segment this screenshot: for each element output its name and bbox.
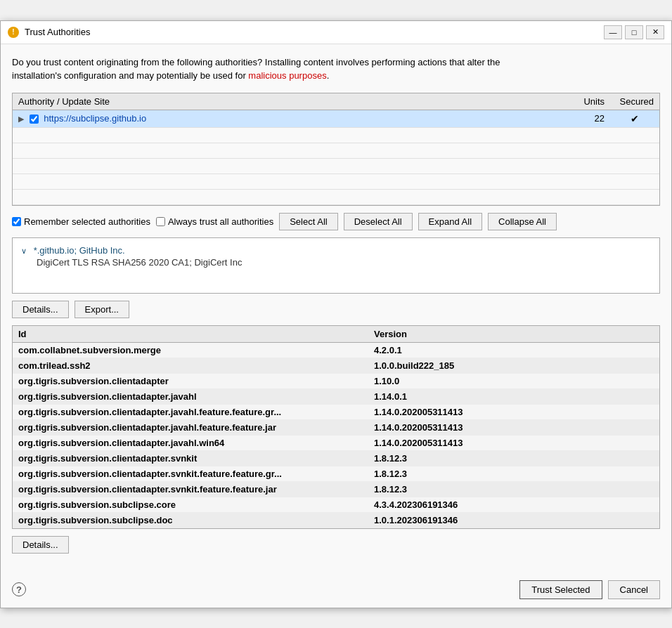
cert-root-row[interactable]: ∨ *.github.io; GitHub Inc. — [21, 244, 651, 257]
bottom-details-button[interactable]: Details... — [12, 536, 69, 554]
expand-all-button[interactable]: Expand All — [418, 213, 482, 230]
authority-checkbox[interactable] — [30, 115, 39, 124]
empty-row-2 — [13, 143, 659, 158]
pkg-id-cell: org.tigris.subversion.subclipse.doc — [13, 512, 368, 528]
remember-checkbox[interactable] — [12, 217, 21, 226]
cert-panel: ∨ *.github.io; GitHub Inc. DigiCert TLS … — [12, 237, 660, 294]
pkg-table-row: org.tigris.subversion.clientadapter.java… — [13, 419, 659, 435]
dialog-title: Trust Authorities — [25, 27, 90, 37]
pkg-table-row: org.tigris.subversion.clientadapter.java… — [13, 388, 659, 404]
remember-label[interactable]: Remember selected authorities — [12, 216, 150, 227]
controls-row: Remember selected authorities Always tru… — [12, 213, 660, 230]
title-bar-controls: — □ ✕ — [604, 25, 664, 39]
pkg-table-row: org.tigris.subversion.clientadapter.svnk… — [13, 481, 659, 497]
select-all-button[interactable]: Select All — [279, 213, 337, 230]
empty-row-1 — [13, 127, 659, 143]
authority-url[interactable]: https://subclipse.github.io — [44, 113, 146, 124]
pkg-version-cell: 1.14.0.202005311413 — [368, 404, 659, 419]
units-col-header: Units — [568, 93, 610, 110]
authority-table-container: Authority / Update Site Units Secured ▶ … — [12, 93, 660, 206]
pkg-table-row: org.tigris.subversion.subclipse.core4.3.… — [13, 497, 659, 512]
secured-col-header: Secured — [610, 93, 659, 110]
pkg-id-cell: com.collabnet.subversion.merge — [13, 343, 368, 358]
pkg-table-row: org.tigris.subversion.clientadapter.java… — [13, 435, 659, 450]
pkg-id-cell: org.tigris.subversion.clientadapter.java… — [13, 419, 368, 435]
dialog-icon: ! — [8, 27, 19, 38]
authority-units: 22 — [568, 110, 610, 127]
cert-child-row: DigiCert TLS RSA SHA256 2020 CA1; DigiCe… — [21, 257, 651, 268]
pkg-table-row: org.tigris.subversion.clientadapter.svnk… — [13, 466, 659, 481]
pkg-table-row: org.tigris.subversion.clientadapter.java… — [13, 404, 659, 419]
pkg-version-cell: 1.14.0.202005311413 — [368, 419, 659, 435]
always-trust-label[interactable]: Always trust all authorities — [156, 216, 273, 227]
deselect-all-button[interactable]: Deselect All — [344, 213, 413, 230]
pkg-table-row: org.tigris.subversion.subclipse.doc1.0.1… — [13, 512, 659, 528]
details-button[interactable]: Details... — [12, 301, 69, 318]
pkg-version-cell: 1.8.12.3 — [368, 450, 659, 466]
pkg-version-cell: 1.0.1.202306191346 — [368, 512, 659, 528]
authority-row[interactable]: ▶ https://subclipse.github.io 22 ✔ — [13, 110, 659, 127]
footer-buttons: Trust Selected Cancel — [519, 580, 660, 599]
export-button[interactable]: Export... — [75, 301, 129, 318]
title-bar: ! Trust Authorities — □ ✕ — [1, 21, 671, 44]
row-expander-icon[interactable]: ▶ — [18, 115, 24, 124]
pkg-id-cell: org.tigris.subversion.clientadapter.svnk… — [13, 450, 368, 466]
pkg-version-cell: 1.0.0.build222_185 — [368, 358, 659, 373]
id-col-header: Id — [13, 326, 368, 343]
pkg-version-cell: 4.3.4.202306191346 — [368, 497, 659, 512]
pkg-table-header: Id Version — [13, 326, 659, 343]
always-trust-checkbox[interactable] — [156, 217, 165, 226]
pkg-id-cell: org.tigris.subversion.clientadapter — [13, 373, 368, 388]
pkg-table-container: Id Version com.collabnet.subversion.merg… — [12, 325, 660, 529]
trust-selected-button[interactable]: Trust Selected — [519, 580, 602, 599]
pkg-table-row: org.tigris.subversion.clientadapter1.10.… — [13, 373, 659, 388]
empty-row-4 — [13, 174, 659, 189]
pkg-table-row: org.tigris.subversion.clientadapter.svnk… — [13, 450, 659, 466]
pkg-table-scroll[interactable]: com.collabnet.subversion.merge4.2.0.1com… — [13, 343, 659, 528]
cancel-button[interactable]: Cancel — [608, 580, 660, 599]
close-button[interactable]: ✕ — [646, 25, 664, 39]
version-col-header: Version — [368, 326, 659, 343]
cert-expander-icon[interactable]: ∨ — [21, 247, 27, 255]
pkg-version-cell: 1.10.0 — [368, 373, 659, 388]
pkg-table: com.collabnet.subversion.merge4.2.0.1com… — [13, 343, 659, 528]
pkg-version-cell: 1.8.12.3 — [368, 466, 659, 481]
pkg-table-row: com.trilead.ssh21.0.0.build222_185 — [13, 358, 659, 373]
title-bar-left: ! Trust Authorities — [8, 27, 90, 38]
pkg-id-cell: org.tigris.subversion.subclipse.core — [13, 497, 368, 512]
pkg-version-cell: 4.2.0.1 — [368, 343, 659, 358]
footer: ? Trust Selected Cancel — [1, 575, 671, 608]
collapse-all-button[interactable]: Collapse All — [488, 213, 557, 230]
pkg-version-cell: 1.14.0.202005311413 — [368, 435, 659, 450]
pkg-id-cell: org.tigris.subversion.clientadapter.java… — [13, 388, 368, 404]
pkg-id-cell: org.tigris.subversion.clientadapter.svnk… — [13, 481, 368, 497]
pkg-id-cell: org.tigris.subversion.clientadapter.java… — [13, 435, 368, 450]
help-icon[interactable]: ? — [12, 582, 26, 596]
pkg-id-cell: org.tigris.subversion.clientadapter.java… — [13, 404, 368, 419]
bottom-details-row: Details... — [12, 536, 660, 554]
pkg-version-cell: 1.14.0.1 — [368, 388, 659, 404]
authority-table: Authority / Update Site Units Secured ▶ … — [13, 93, 659, 205]
pkg-id-cell: org.tigris.subversion.clientadapter.svnk… — [13, 466, 368, 481]
pkg-table-row: com.collabnet.subversion.merge4.2.0.1 — [13, 343, 659, 358]
maximize-button[interactable]: □ — [625, 25, 643, 39]
pkg-version-cell: 1.8.12.3 — [368, 481, 659, 497]
pkg-id-cell: com.trilead.ssh2 — [13, 358, 368, 373]
authority-secured: ✔ — [610, 110, 659, 127]
empty-row-5 — [13, 189, 659, 204]
empty-row-3 — [13, 158, 659, 174]
details-export-row: Details... Export... — [12, 301, 660, 318]
warning-text: Do you trust content originating from th… — [12, 55, 660, 83]
authority-col-header: Authority / Update Site — [13, 93, 568, 110]
trust-authorities-dialog: ! Trust Authorities — □ ✕ Do you trust c… — [0, 20, 672, 608]
minimize-button[interactable]: — — [604, 25, 622, 39]
dialog-body: Do you trust content originating from th… — [1, 44, 671, 575]
